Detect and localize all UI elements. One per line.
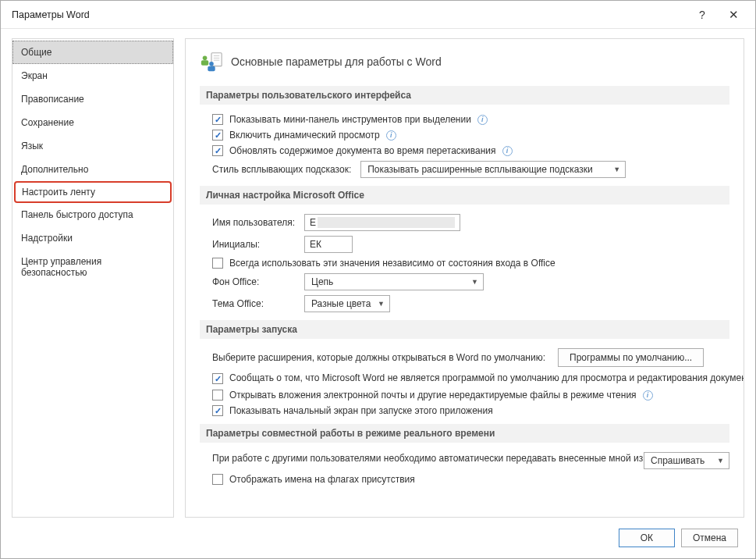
chevron-down-icon: ▼ <box>378 300 385 308</box>
opt-label: Обновлять содержимое документа во время … <box>229 145 496 156</box>
svg-rect-5 <box>201 60 208 66</box>
masked-area <box>318 217 455 228</box>
office-theme-combo[interactable]: Разные цвета ▼ <box>304 295 390 312</box>
field-office-theme: Тема Office: Разные цвета ▼ <box>212 295 729 312</box>
auto-share-row: При работе с другими пользователями необ… <box>212 452 729 469</box>
category-sidebar: Общие Экран Правописание Сохранение Язык… <box>12 38 174 518</box>
opt-tooltip-style: Стиль всплывающих подсказок: Показывать … <box>212 161 729 178</box>
titlebar: Параметры Word ? ✕ <box>1 1 755 29</box>
opt-label: Включить динамический просмотр <box>229 130 380 141</box>
field-label: Фон Office: <box>212 276 298 287</box>
content-pane: Основные параметры для работы с Word Пар… <box>185 38 744 518</box>
opt-open-attachments[interactable]: Открывать вложения электронной почты и д… <box>212 390 729 401</box>
initials-input[interactable]: ЕК <box>304 236 353 253</box>
chevron-down-icon: ▼ <box>717 456 724 466</box>
opt-label: Показывать мини-панель инструментов при … <box>229 114 471 125</box>
help-button[interactable]: ? <box>687 9 718 21</box>
section-personal-header: Личная настройка Microsoft Office <box>200 186 729 205</box>
field-label: Выберите расширения, которые должны откр… <box>212 352 545 363</box>
chevron-down-icon: ▼ <box>613 166 620 173</box>
field-label: Инициалы: <box>212 239 298 250</box>
ok-button[interactable]: ОК <box>619 529 675 547</box>
info-icon[interactable] <box>386 130 396 141</box>
options-dialog: Параметры Word ? ✕ Общие Экран Правописа… <box>0 0 756 559</box>
checkbox-icon[interactable] <box>212 373 223 384</box>
opt-mini-toolbar[interactable]: Показывать мини-панель инструментов при … <box>212 114 729 125</box>
checkbox-icon[interactable] <box>212 405 223 416</box>
sidebar-item-addins[interactable]: Надстройки <box>12 226 173 250</box>
checkbox-icon[interactable] <box>212 145 223 156</box>
close-button[interactable]: ✕ <box>718 8 749 22</box>
opt-notify-default[interactable]: Сообщать о том, что Microsoft Word не яв… <box>212 372 729 385</box>
page-title: Основные параметры для работы с Word <box>231 55 442 68</box>
cancel-button[interactable]: Отмена <box>681 529 738 547</box>
opt-label: Всегда использовать эти значения независ… <box>229 258 555 269</box>
info-icon[interactable] <box>477 115 488 125</box>
sidebar-item-advanced[interactable]: Дополнительно <box>12 158 173 181</box>
dialog-body: Общие Экран Правописание Сохранение Язык… <box>1 29 755 518</box>
checkbox-icon[interactable] <box>212 474 223 485</box>
field-label: Имя пользователя: <box>212 217 298 228</box>
window-title: Параметры Word <box>12 9 687 20</box>
checkbox-icon[interactable] <box>212 390 223 401</box>
field-office-bg: Фон Office: Цепь ▼ <box>212 273 729 290</box>
opt-live-preview[interactable]: Включить динамический просмотр <box>212 130 729 141</box>
opt-update-drag[interactable]: Обновлять содержимое документа во время … <box>212 145 729 156</box>
page-header: Основные параметры для работы с Word <box>200 50 729 73</box>
combo-value: Показывать расширенные всплывающие подск… <box>367 164 592 175</box>
sidebar-item-customize-ribbon[interactable]: Настроить ленту <box>14 181 172 203</box>
sidebar-item-save[interactable]: Сохранение <box>12 111 173 134</box>
svg-point-6 <box>209 62 214 66</box>
page-icon <box>200 50 223 73</box>
tooltip-style-combo[interactable]: Показывать расширенные всплывающие подск… <box>360 161 626 178</box>
default-ext-row: Выберите расширения, которые должны откр… <box>212 348 729 367</box>
svg-rect-7 <box>208 66 215 72</box>
office-bg-combo[interactable]: Цепь ▼ <box>304 273 484 290</box>
opt-show-start[interactable]: Показывать начальный экран при запуске э… <box>212 405 729 416</box>
field-username: Имя пользователя: E <box>212 214 729 231</box>
opt-presence-names[interactable]: Отображать имена на флагах присутствия <box>212 474 729 485</box>
info-icon[interactable] <box>643 390 653 401</box>
sidebar-item-language[interactable]: Язык <box>12 134 173 158</box>
chevron-down-icon: ▼ <box>471 278 478 286</box>
combo-value: Спрашивать <box>651 454 705 468</box>
combo-value: Разные цвета <box>311 298 371 309</box>
field-label: При работе с другими пользователями необ… <box>212 452 618 465</box>
auto-share-combo[interactable]: Спрашивать ▼ <box>644 452 729 469</box>
checkbox-icon[interactable] <box>212 258 223 269</box>
dialog-footer: ОК Отмена <box>1 518 755 558</box>
field-initials: Инициалы: ЕК <box>212 236 729 253</box>
section-ui-header: Параметры пользовательского интерфейса <box>200 86 729 105</box>
combo-value: Цепь <box>311 276 333 287</box>
field-label: Стиль всплывающих подсказок: <box>212 164 351 175</box>
default-programs-button[interactable]: Программы по умолчанию... <box>558 348 704 367</box>
checkbox-icon[interactable] <box>212 130 223 141</box>
opt-always-use[interactable]: Всегда использовать эти значения независ… <box>212 258 729 269</box>
checkbox-icon[interactable] <box>212 114 223 125</box>
username-input[interactable]: E <box>304 214 460 231</box>
sidebar-item-quick-access[interactable]: Панель быстрого доступа <box>12 203 173 226</box>
sidebar-item-display[interactable]: Экран <box>12 64 173 87</box>
field-label: Тема Office: <box>212 298 298 309</box>
section-collab-header: Параметры совместной работы в режиме реа… <box>200 424 729 443</box>
opt-label: Показывать начальный экран при запуске э… <box>229 405 493 416</box>
info-icon[interactable] <box>502 146 513 156</box>
opt-label: Отображать имена на флагах присутствия <box>229 474 415 485</box>
opt-label: Сообщать о том, что Microsoft Word не яв… <box>229 372 682 385</box>
opt-label: Открывать вложения электронной почты и д… <box>229 390 637 401</box>
section-startup-header: Параметры запуска <box>200 320 729 339</box>
sidebar-item-general[interactable]: Общие <box>12 41 173 64</box>
svg-point-4 <box>203 56 208 61</box>
sidebar-item-trust-center[interactable]: Центр управления безопасностью <box>12 250 173 284</box>
sidebar-item-proofing[interactable]: Правописание <box>12 87 173 111</box>
